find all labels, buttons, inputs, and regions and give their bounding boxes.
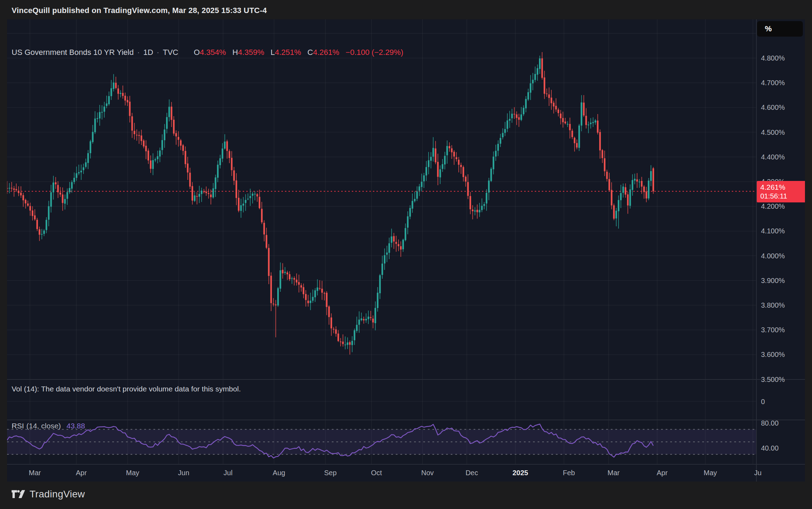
tradingview-logo-text: TradingView xyxy=(30,489,85,500)
high-label: H xyxy=(232,48,238,57)
ohlc-readout: O4.354%H4.359%L4.251%C4.261%−0.100 (−2.2… xyxy=(188,48,404,57)
low-value: 4.251% xyxy=(275,48,301,57)
time-axis-tick: Ju xyxy=(754,469,761,477)
time-axis-tick: Feb xyxy=(563,469,575,477)
time-axis-tick: Nov xyxy=(421,469,434,477)
price-axis-tick: 3.900% xyxy=(761,276,785,285)
exchange-name: TVC xyxy=(163,48,178,57)
price-scale-unit-button[interactable]: % xyxy=(757,21,803,37)
rsi-axis-80-label: 80.00 xyxy=(761,419,779,427)
price-axis-tick: 4.000% xyxy=(761,252,785,260)
chart-legend[interactable]: US Government Bonds 10 YR Yield·1D·TVCO4… xyxy=(12,48,403,57)
time-axis-tick: 2025 xyxy=(513,469,528,477)
time-axis-tick: Aug xyxy=(273,469,285,477)
tradingview-logo-icon xyxy=(12,489,25,499)
time-axis-tick: Apr xyxy=(656,469,667,477)
time-axis-tick: May xyxy=(126,469,139,477)
time-axis-tick: Mar xyxy=(608,469,620,477)
price-axis-tick: 3.600% xyxy=(761,350,785,359)
price-axis-tick: 4.800% xyxy=(761,54,785,62)
legend-separator: · xyxy=(157,48,159,57)
open-value: 4.354% xyxy=(200,48,226,57)
price-axis-tick: 4.500% xyxy=(761,128,785,137)
time-axis-tick: Jun xyxy=(178,469,189,477)
price-axis-tick: 4.100% xyxy=(761,227,785,235)
time-axis-tick: Sep xyxy=(324,469,337,477)
rsi-axis-40-label: 40.00 xyxy=(761,444,779,452)
rsi-name[interactable]: RSI xyxy=(12,422,24,430)
bar-close-countdown: 01:56:11 xyxy=(760,192,805,200)
chart-plot-area[interactable] xyxy=(7,19,805,482)
volume-indicator-status[interactable]: Vol (14): The data vendor doesn't provid… xyxy=(12,385,241,393)
price-axis-tick: 4.400% xyxy=(761,153,785,161)
time-axis-tick: Jul xyxy=(223,469,233,477)
rsi-legend[interactable]: RSI(14, close)43.88 xyxy=(12,422,85,430)
time-axis-tick: Mar xyxy=(29,469,41,477)
high-value: 4.359% xyxy=(238,48,264,57)
rsi-value: 43.88 xyxy=(66,422,85,430)
price-axis-tick: 3.800% xyxy=(761,301,785,309)
volume-axis-zero-label: 0 xyxy=(761,397,765,406)
rsi-params: (14, close) xyxy=(26,422,61,430)
time-axis-tick: Dec xyxy=(465,469,478,477)
publish-info-bar: VinceQuill published on TradingView.com,… xyxy=(12,6,267,15)
symbol-title[interactable]: US Government Bonds 10 YR Yield xyxy=(12,48,134,57)
legend-separator: · xyxy=(137,48,140,57)
time-axis-tick: May xyxy=(704,469,717,477)
chart-widget: US Government Bonds 10 YR Yield·1D·TVCO4… xyxy=(7,19,805,482)
price-axis-tick: 4.700% xyxy=(761,78,785,87)
last-price-label: 4.261% 01:56:11 xyxy=(757,181,805,202)
page: VinceQuill published on TradingView.com,… xyxy=(0,0,812,509)
price-axis-tick: 4.200% xyxy=(761,202,785,210)
close-value: 4.261% xyxy=(313,48,340,57)
price-axis-tick: 3.500% xyxy=(761,375,785,384)
tradingview-branding[interactable]: TradingView xyxy=(12,489,85,500)
open-label: O xyxy=(194,48,200,57)
time-axis-tick: Apr xyxy=(76,469,87,477)
low-label: L xyxy=(271,48,275,57)
price-axis-tick: 3.700% xyxy=(761,326,785,334)
interval-value[interactable]: 1D xyxy=(143,48,153,57)
time-axis-tick: Oct xyxy=(371,469,382,477)
price-axis-tick: 4.600% xyxy=(761,103,785,112)
close-label: C xyxy=(307,48,313,57)
change-value: −0.100 (−2.29%) xyxy=(345,48,403,57)
last-price-value: 4.261% xyxy=(760,183,805,192)
